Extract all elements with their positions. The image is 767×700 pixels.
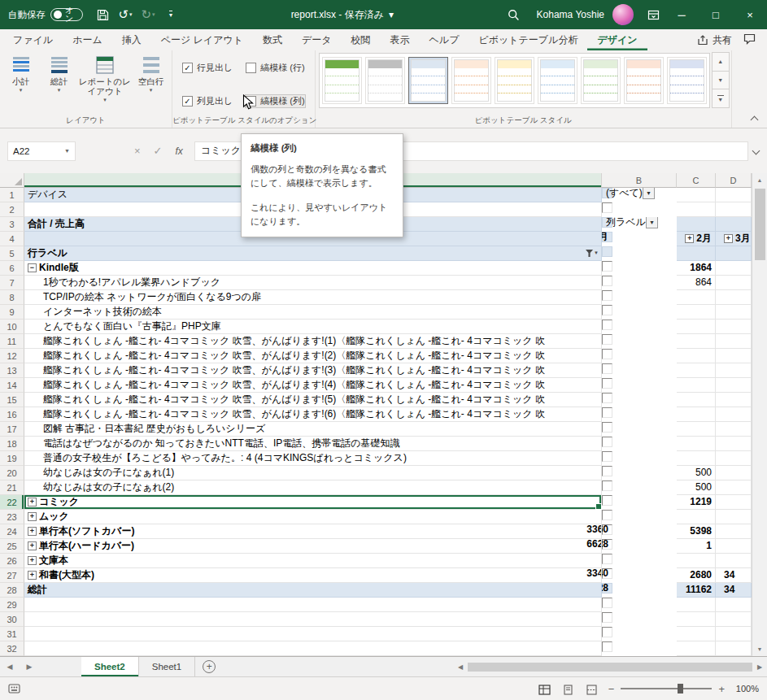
cell-D11[interactable] bbox=[716, 334, 752, 349]
cell-A13[interactable]: 艦隊これくしょん -艦これ- 4コマコミック 吹雪、がんばります!(3)〈艦隊こ… bbox=[24, 363, 602, 378]
cell-C8[interactable] bbox=[677, 290, 716, 305]
cell-C24[interactable]: 5398 bbox=[677, 524, 716, 539]
cell-D13[interactable] bbox=[716, 363, 752, 378]
expand-icon[interactable]: + bbox=[28, 556, 37, 565]
cell-B30[interactable] bbox=[602, 612, 612, 623]
normal-view-button[interactable] bbox=[538, 683, 551, 695]
scroll-up-button[interactable]: ▲ bbox=[752, 173, 767, 187]
page-layout-view-button[interactable] bbox=[561, 683, 575, 695]
zoom-in-button[interactable]: + bbox=[718, 684, 725, 694]
zoom-slider-thumb[interactable] bbox=[678, 684, 683, 693]
cell-A10[interactable]: とんでもなく面白い『古事記』PHP文庫 bbox=[24, 320, 602, 334]
ribbon-display-options-button[interactable] bbox=[642, 3, 665, 26]
cell-B2[interactable] bbox=[602, 202, 612, 213]
cell-B8[interactable] bbox=[602, 290, 612, 301]
cell-A23[interactable]: +ムック bbox=[24, 510, 602, 524]
ribbon-tab-校閲[interactable]: 校閲 bbox=[342, 29, 381, 50]
cell-B11[interactable] bbox=[602, 334, 612, 345]
pivot-style-thumb-9[interactable] bbox=[667, 57, 707, 104]
cell-A27[interactable]: +和書(大型本) bbox=[24, 568, 602, 583]
cell-D19[interactable] bbox=[716, 451, 752, 466]
user-name[interactable]: Kohama Yoshie bbox=[537, 9, 604, 20]
pivot-style-thumb-6[interactable] bbox=[538, 57, 577, 104]
cell-B1[interactable]: (すべて)▼ bbox=[602, 188, 612, 198]
cell-B3[interactable]: 列ラベル▼ bbox=[602, 217, 612, 228]
column-header-B[interactable]: B bbox=[602, 173, 677, 188]
row-header-27[interactable]: 27 bbox=[0, 568, 24, 583]
row-header-23[interactable]: 23 bbox=[0, 510, 24, 524]
cell-C26[interactable] bbox=[677, 554, 716, 568]
cell-A24[interactable]: +単行本(ソフトカバー) bbox=[24, 524, 602, 539]
subtotals-button[interactable]: 小計 ▾ bbox=[2, 51, 40, 93]
cell-D21[interactable] bbox=[716, 480, 752, 495]
cell-B26[interactable] bbox=[602, 554, 612, 564]
row-header-20[interactable]: 20 bbox=[0, 466, 24, 480]
cell-C30[interactable] bbox=[677, 612, 716, 627]
cell-D9[interactable] bbox=[716, 305, 752, 320]
cell-A6[interactable]: −Kindle版 bbox=[24, 261, 602, 276]
cell-B18[interactable] bbox=[602, 437, 612, 447]
cell-D2[interactable] bbox=[716, 202, 752, 217]
blank-rows-button[interactable]: 空白行 ▾ bbox=[132, 51, 170, 93]
collapse-ribbon-icon[interactable] bbox=[751, 116, 759, 124]
row-header-12[interactable]: 12 bbox=[0, 349, 24, 363]
row-header-28[interactable]: 28 bbox=[0, 583, 24, 598]
cell-A11[interactable]: 艦隊これくしょん -艦これ- 4コマコミック 吹雪、がんばります!(1)〈艦隊こ… bbox=[24, 334, 602, 349]
cell-C16[interactable] bbox=[677, 407, 716, 422]
cell-D5[interactable] bbox=[716, 246, 752, 261]
name-box-resize-area[interactable] bbox=[76, 141, 123, 161]
cell-B7[interactable] bbox=[602, 276, 612, 286]
cell-B13[interactable] bbox=[602, 363, 612, 374]
sheet-nav-right-button[interactable]: ▶ bbox=[20, 657, 39, 676]
cell-C6[interactable]: 1864 bbox=[677, 261, 716, 276]
sheet-nav-left-button[interactable]: ◀ bbox=[0, 657, 20, 676]
hscroll-thumb[interactable] bbox=[468, 663, 752, 672]
expand-icon[interactable]: + bbox=[685, 234, 694, 243]
enter-button[interactable]: ✓ bbox=[154, 145, 163, 157]
cell-D23[interactable] bbox=[716, 510, 752, 524]
cell-D29[interactable] bbox=[716, 598, 752, 612]
ribbon-tab-データ[interactable]: データ bbox=[292, 29, 342, 50]
comments-button[interactable] bbox=[743, 33, 756, 47]
cell-A20[interactable]: 幼なじみは女の子になぁれ(1) bbox=[24, 466, 602, 480]
cell-D12[interactable] bbox=[716, 349, 752, 363]
row-header-2[interactable]: 2 bbox=[0, 202, 24, 217]
cell-A21[interactable]: 幼なじみは女の子になぁれ(2) bbox=[24, 480, 602, 495]
cell-A32[interactable] bbox=[24, 641, 602, 656]
expand-icon[interactable]: + bbox=[28, 498, 37, 507]
cell-B17[interactable] bbox=[602, 422, 612, 433]
vscroll-thumb[interactable] bbox=[755, 189, 765, 260]
avatar[interactable] bbox=[612, 4, 634, 25]
maximize-button[interactable]: □ bbox=[699, 0, 733, 29]
row-header-4[interactable]: 4 bbox=[0, 232, 24, 246]
expand-icon[interactable]: + bbox=[28, 527, 37, 536]
cell-C10[interactable] bbox=[677, 320, 716, 334]
cell-A18[interactable]: 電話はなぜつながるのか 知っておきたいNTT電話、IP電話、携帯電話の基礎知識 bbox=[24, 437, 602, 451]
cell-D31[interactable] bbox=[716, 627, 752, 641]
hscroll-right-button[interactable]: ▶ bbox=[754, 663, 765, 671]
gallery-down-button[interactable]: ▼ bbox=[712, 71, 730, 90]
row-header-25[interactable]: 25 bbox=[0, 539, 24, 554]
cell-B15[interactable] bbox=[602, 393, 612, 403]
name-box[interactable]: A22 ▼ bbox=[7, 141, 76, 161]
cell-B20[interactable] bbox=[602, 466, 612, 476]
search-button[interactable] bbox=[503, 3, 525, 26]
cell-B22[interactable] bbox=[602, 495, 612, 506]
pivot-style-thumb-1[interactable] bbox=[322, 57, 362, 104]
collapse-icon[interactable]: − bbox=[28, 263, 37, 272]
cell-D14[interactable] bbox=[716, 378, 752, 393]
cell-A9[interactable]: インターネット技術の絵本 bbox=[24, 305, 602, 320]
cell-C13[interactable] bbox=[677, 363, 716, 378]
row-header-26[interactable]: 26 bbox=[0, 554, 24, 568]
cell-D25[interactable] bbox=[716, 539, 752, 554]
hscroll-left-button[interactable]: ◀ bbox=[455, 663, 466, 671]
row-header-19[interactable]: 19 bbox=[0, 451, 24, 466]
cell-C23[interactable] bbox=[677, 510, 716, 524]
cell-C4[interactable]: +2月 bbox=[677, 232, 716, 246]
cell-B4[interactable]: +1月 bbox=[602, 232, 612, 242]
report-layout-button[interactable]: レポートのレイアウト ▾ bbox=[78, 51, 132, 103]
cancel-button[interactable]: × bbox=[134, 145, 141, 157]
checkbox-行見出し[interactable]: ✓行見出し bbox=[182, 62, 233, 74]
cell-C7[interactable]: 864 bbox=[677, 276, 716, 290]
cell-B14[interactable] bbox=[602, 378, 612, 389]
